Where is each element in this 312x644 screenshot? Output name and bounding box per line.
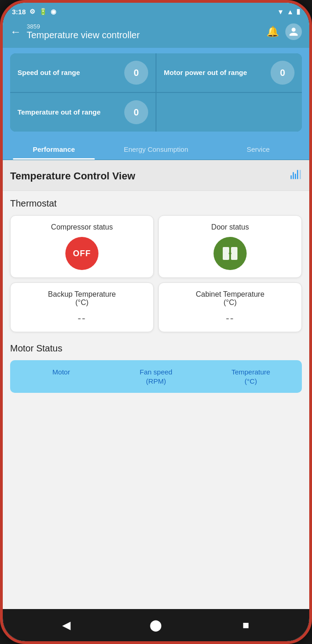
motor-table-header: Motor Fan speed(RPM) Temperature(°C) <box>10 360 302 393</box>
tab-performance[interactable]: Performance <box>3 139 105 160</box>
page-title: Temperature view controller <box>27 30 260 40</box>
app-header: ← 3859 Temperature view controller 🔔 <box>3 18 309 48</box>
chart-icon[interactable] <box>289 168 302 184</box>
svg-rect-1 <box>231 247 237 260</box>
tabs-bar: Performance Energy Consumption Service <box>3 139 309 160</box>
section-title: Temperature Control View <box>10 170 135 182</box>
alert-motor-badge: 0 <box>271 61 295 85</box>
wifi-icon: ▼ <box>277 8 284 16</box>
phone-frame: 3:18 ⚙ 🔋 ◉ ▼ ▲ ▮ ← 3859 Temperature view… <box>0 0 312 644</box>
motor-col-temp: Temperature(°C) <box>205 368 296 385</box>
content-body: Thermostat Compressor status OFF Door st… <box>3 191 309 400</box>
svg-rect-0 <box>223 247 229 260</box>
signal-icon: ▲ <box>287 8 294 16</box>
status-bar: 3:18 ⚙ 🔋 ◉ ▼ ▲ ▮ <box>3 3 309 18</box>
status-time: 3:18 <box>12 8 26 16</box>
compressor-off-button[interactable]: OFF <box>65 237 98 270</box>
profile-button[interactable] <box>285 23 302 40</box>
alert-card-empty <box>156 93 302 132</box>
door-card-title: Door status <box>211 223 249 231</box>
header-title-group: 3859 Temperature view controller <box>27 23 260 40</box>
device-id: 3859 <box>27 23 260 30</box>
backup-temp-card: Backup Temperature(°C) -- <box>10 282 154 332</box>
alert-card-motor: Motor power out of range 0 <box>156 53 302 92</box>
motor-section: Motor Status Motor Fan speed(RPM) Temper… <box>10 343 302 393</box>
battery-icon: 🔋 <box>39 8 47 15</box>
compressor-card-title: Compressor status <box>51 223 113 231</box>
alert-temp-label: Temperature out of range <box>17 108 120 117</box>
cabinet-temp-card: Cabinet Temperature(°C) -- <box>158 282 302 332</box>
backup-temp-title: Backup Temperature(°C) <box>48 290 116 307</box>
alert-speed-label: Speed out of range <box>17 68 120 77</box>
alert-card-speed: Speed out of range 0 <box>10 53 156 92</box>
nav-back-button[interactable]: ◀ <box>57 616 75 634</box>
motor-col-fanspeed: Fan speed(RPM) <box>110 368 202 385</box>
compressor-status-card: Compressor status OFF <box>10 215 154 278</box>
motor-section-title: Motor Status <box>10 343 302 354</box>
back-button[interactable]: ← <box>10 25 21 38</box>
alerts-section: Speed out of range 0 Motor power out of … <box>3 48 309 139</box>
cabinet-temp-title: Cabinet Temperature(°C) <box>196 290 264 307</box>
section-header: Temperature Control View <box>3 160 309 191</box>
door-status-card: Door status <box>158 215 302 278</box>
header-actions: 🔔 <box>265 23 302 40</box>
cabinet-temp-value: -- <box>226 312 235 324</box>
main-content: Temperature Control View Thermostat Comp… <box>3 160 309 609</box>
tab-energy[interactable]: Energy Consumption <box>105 139 207 160</box>
thermostat-title: Thermostat <box>10 198 302 209</box>
notification-button[interactable]: 🔔 <box>265 24 280 39</box>
bottom-nav: ◀ ⬤ ■ <box>3 609 309 641</box>
status-left: 3:18 ⚙ 🔋 ◉ <box>12 8 56 16</box>
status-cards-grid: Compressor status OFF Door status <box>10 215 302 332</box>
svg-point-3 <box>230 253 231 254</box>
alert-motor-label: Motor power out of range <box>164 68 266 77</box>
battery-full-icon: ▮ <box>296 7 300 16</box>
alert-speed-badge: 0 <box>124 61 148 85</box>
door-icon-button[interactable] <box>214 237 247 270</box>
alert-temp-badge: 0 <box>124 100 148 124</box>
motor-col-motor: Motor <box>16 368 107 385</box>
backup-temp-value: -- <box>78 312 87 324</box>
alerts-grid: Speed out of range 0 Motor power out of … <box>10 53 302 132</box>
nav-recents-button[interactable]: ■ <box>237 616 255 634</box>
nav-home-button[interactable]: ⬤ <box>147 616 165 634</box>
status-right: ▼ ▲ ▮ <box>277 7 300 16</box>
settings-icon: ⚙ <box>29 8 35 15</box>
alert-card-temp: Temperature out of range 0 <box>10 93 156 132</box>
tab-service[interactable]: Service <box>207 139 309 160</box>
radio-icon: ◉ <box>51 8 56 15</box>
phone-screen: 3:18 ⚙ 🔋 ◉ ▼ ▲ ▮ ← 3859 Temperature view… <box>3 3 309 641</box>
